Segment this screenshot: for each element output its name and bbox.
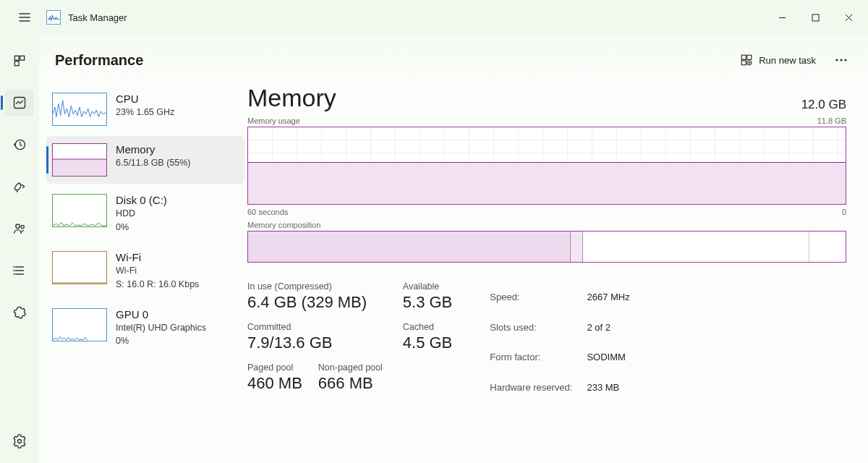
- stat-value: 5.3 GB: [403, 293, 452, 312]
- hw-val: 2667 MHz: [587, 283, 642, 312]
- nav-settings[interactable]: [5, 428, 34, 454]
- svg-rect-13: [741, 61, 746, 65]
- svg-rect-2: [20, 56, 25, 60]
- detail-title: Memory: [247, 84, 336, 112]
- perf-sub: HDD: [116, 208, 167, 220]
- page-header: Performance Run new task: [39, 35, 868, 81]
- hw-key: Slots used:: [490, 313, 585, 342]
- nav-history[interactable]: [5, 132, 34, 158]
- svg-rect-19: [53, 159, 106, 176]
- usage-chart-max: 11.8 GB: [817, 116, 846, 125]
- minimize-button[interactable]: [765, 3, 799, 32]
- perf-sub: 23% 1.65 GHz: [116, 106, 174, 119]
- axis-left: 60 seconds: [247, 208, 288, 216]
- perf-title: Disk 0 (C:): [116, 194, 167, 206]
- perf-title: CPU: [116, 93, 174, 105]
- stat-label: In use (Compressed): [247, 281, 383, 292]
- svg-rect-14: [747, 55, 752, 59]
- maximize-button[interactable]: [799, 3, 832, 32]
- perf-title: Wi-Fi: [116, 251, 199, 263]
- nav-details[interactable]: [5, 258, 34, 284]
- run-new-task-button[interactable]: Run new task: [733, 49, 823, 71]
- perf-item-gpu[interactable]: GPU 0 Intel(R) UHD Graphics 0%: [46, 301, 244, 355]
- perf-sub: Wi-Fi: [116, 265, 199, 277]
- nav-processes[interactable]: [5, 48, 34, 74]
- more-options-button[interactable]: [829, 48, 854, 72]
- svg-point-18: [844, 59, 846, 61]
- nav-startup[interactable]: [5, 174, 34, 200]
- hw-key: Speed:: [490, 283, 585, 312]
- stat-value: 7.9/13.6 GB: [247, 334, 383, 352]
- run-task-icon: [740, 54, 753, 67]
- hw-key: Form factor:: [490, 343, 585, 372]
- hw-key: Hardware reserved:: [490, 373, 585, 402]
- stat-label: Committed: [247, 322, 383, 332]
- disk-mini-chart: [52, 194, 107, 227]
- nav-services[interactable]: [5, 300, 34, 326]
- stat-value: 4.5 GB: [403, 334, 452, 352]
- comp-modified: [571, 232, 583, 262]
- hw-val: 233 MB: [587, 373, 642, 402]
- svg-rect-0: [812, 14, 819, 21]
- stat-value: 666 MB: [318, 374, 383, 393]
- svg-point-17: [840, 59, 842, 61]
- hw-val: 2 of 2: [587, 313, 642, 342]
- page-title: Performance: [55, 52, 143, 69]
- hamburger-menu-button[interactable]: [10, 3, 39, 32]
- perf-sub2: S: 16.0 R: 16.0 Kbps: [116, 279, 199, 291]
- stat-label: Non-paged pool: [318, 362, 383, 373]
- run-task-label: Run new task: [759, 55, 816, 66]
- svg-point-9: [14, 271, 14, 271]
- stat-value: 6.4 GB (329 MB): [247, 293, 383, 312]
- perf-item-disk[interactable]: Disk 0 (C:) HDD 0%: [46, 187, 244, 241]
- close-button[interactable]: [832, 3, 865, 32]
- perf-item-cpu[interactable]: CPU 23% 1.65 GHz: [46, 85, 244, 133]
- window-controls: [765, 3, 865, 32]
- nav-performance[interactable]: [5, 90, 34, 116]
- perf-title: GPU 0: [116, 308, 206, 320]
- wifi-mini-chart: [52, 251, 107, 284]
- gpu-mini-chart: [52, 308, 107, 341]
- stat-label: Available: [403, 281, 452, 292]
- perf-sub: Intel(R) UHD Graphics: [116, 322, 206, 334]
- memory-total: 12.0 GB: [801, 98, 846, 112]
- memory-mini-chart: [52, 143, 107, 177]
- memory-usage-chart[interactable]: [247, 127, 846, 205]
- svg-point-8: [14, 267, 14, 268]
- svg-point-16: [835, 59, 838, 61]
- svg-point-10: [14, 274, 14, 275]
- axis-right: 0: [842, 208, 846, 216]
- svg-rect-3: [14, 61, 19, 66]
- perf-sub: 6.5/11.8 GB (55%): [116, 157, 191, 169]
- hw-val: SODIMM: [587, 343, 642, 372]
- memory-composition-chart[interactable]: [247, 231, 846, 263]
- usage-chart-label: Memory usage: [247, 116, 300, 125]
- nav-users[interactable]: [5, 216, 34, 242]
- svg-rect-12: [741, 55, 746, 59]
- perf-title: Memory: [116, 143, 191, 156]
- title-bar: Task Manager: [0, 0, 868, 35]
- perf-sub2: 0%: [116, 335, 206, 347]
- hardware-info-table: Speed:2667 MHz Slots used:2 of 2 Form fa…: [488, 281, 644, 403]
- comp-standby: [583, 232, 810, 262]
- svg-point-7: [21, 225, 24, 228]
- detail-pane: Memory 12.0 GB Memory usage 11.8 GB 60 s…: [247, 81, 868, 463]
- svg-point-6: [16, 224, 20, 228]
- performance-sidebar: CPU 23% 1.65 GHz Memory 6.5/11.8 GB (55%…: [39, 81, 247, 463]
- stat-label: Cached: [403, 322, 452, 332]
- stat-label: Paged pool: [247, 362, 302, 373]
- comp-in-use: [248, 232, 571, 262]
- perf-item-wifi[interactable]: Wi-Fi Wi-Fi S: 16.0 R: 16.0 Kbps: [46, 244, 244, 298]
- composition-label: Memory composition: [247, 221, 320, 229]
- app-icon: [46, 10, 61, 25]
- comp-free: [809, 232, 846, 262]
- perf-sub2: 0%: [116, 221, 167, 234]
- nav-rail: [0, 35, 39, 463]
- cpu-mini-chart: [52, 93, 107, 126]
- stat-value: 460 MB: [247, 374, 302, 393]
- svg-rect-1: [14, 56, 19, 60]
- app-title: Task Manager: [68, 12, 127, 23]
- perf-item-memory[interactable]: Memory 6.5/11.8 GB (55%): [46, 136, 244, 184]
